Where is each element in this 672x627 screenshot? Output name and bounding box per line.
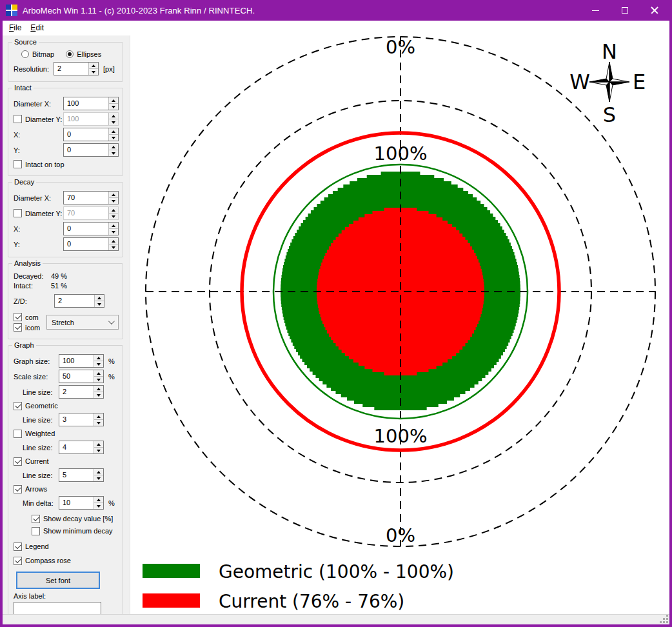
current-line-size-spinner[interactable]: 5 <box>59 468 104 482</box>
title-bar[interactable]: ArboMech Win 1.11 - (c) 2010-2023 Frank … <box>3 0 669 21</box>
stretch-dropdown[interactable]: Stretch <box>46 315 119 330</box>
legend-label: Current (76% - 76%) <box>219 591 404 612</box>
spin-down-icon[interactable] <box>109 103 118 110</box>
compass-label: E <box>633 70 646 94</box>
maximize-button[interactable] <box>610 0 640 21</box>
spin-up-icon[interactable] <box>89 63 98 68</box>
axis-label-input[interactable] <box>14 602 101 614</box>
spin-down-icon[interactable] <box>94 376 103 383</box>
compass-label: W <box>569 70 590 94</box>
decay-x-spinner[interactable]: 0 <box>63 222 119 235</box>
graph-size-unit: % <box>108 357 119 365</box>
show-decay-value-checkbox[interactable] <box>32 515 40 523</box>
spin-up-icon[interactable] <box>109 128 118 134</box>
weighted-checkbox[interactable] <box>14 430 22 438</box>
spin-down-icon[interactable] <box>94 447 103 453</box>
spin-up-icon[interactable] <box>109 144 118 150</box>
spin-up-icon[interactable] <box>95 295 104 301</box>
spin-down-icon[interactable] <box>109 119 118 125</box>
compass-rose-checkbox[interactable] <box>14 557 22 565</box>
spin-down-icon[interactable] <box>94 419 103 426</box>
current-checkbox[interactable] <box>14 457 22 466</box>
resolution-spinner[interactable]: 2 <box>54 62 99 75</box>
decay-diameter-y-checkbox[interactable] <box>14 209 22 217</box>
intact-x-spinner[interactable]: 0 <box>63 128 119 141</box>
weighted-line-size-spinner[interactable]: 4 <box>59 441 104 454</box>
intact-diameter-y-label: Diameter Y: <box>25 115 62 123</box>
bitmap-radio[interactable] <box>21 50 29 58</box>
minimize-icon <box>592 10 599 11</box>
spin-up-icon[interactable] <box>109 192 118 197</box>
minimize-button[interactable] <box>580 0 610 21</box>
spin-up-icon[interactable] <box>109 207 118 213</box>
scale-label: 100% <box>374 143 428 164</box>
intact-diameter-y-checkbox[interactable] <box>14 115 22 123</box>
ellipses-radio[interactable] <box>66 50 74 58</box>
geometric-line-size-spinner[interactable]: 3 <box>59 413 104 426</box>
intact-on-top-checkbox[interactable] <box>14 160 22 168</box>
compass-arm <box>609 79 629 82</box>
icom-checkbox[interactable] <box>14 323 22 332</box>
spin-down-icon[interactable] <box>109 197 118 204</box>
spin-down-icon[interactable] <box>109 150 118 156</box>
spin-down-icon[interactable] <box>94 361 103 367</box>
spin-down-icon[interactable] <box>109 134 118 141</box>
spin-up-icon[interactable] <box>94 370 103 376</box>
spin-down-icon[interactable] <box>95 301 104 307</box>
resize-grip-icon[interactable] <box>660 615 669 624</box>
spin-up-icon[interactable] <box>94 355 103 361</box>
spin-up-icon[interactable] <box>94 497 103 503</box>
weighted-label: Weighted <box>25 430 55 437</box>
spin-down-icon[interactable] <box>89 68 98 75</box>
show-minimum-decay-checkbox[interactable] <box>32 527 40 535</box>
spin-up-icon[interactable] <box>109 97 118 103</box>
intact-diameter-x-spinner[interactable]: 100 <box>63 97 119 110</box>
spin-down-icon[interactable] <box>109 228 118 235</box>
spin-down-icon[interactable] <box>94 503 103 509</box>
compass-label: S <box>603 103 616 127</box>
geometric-checkbox[interactable] <box>14 402 22 410</box>
decay-diameter-y-spinner[interactable]: 70 <box>63 206 119 220</box>
graph-size-spinner[interactable]: 100 <box>59 354 104 368</box>
decayed-label: Decayed: <box>14 272 51 280</box>
geometric-line-size-label: Line size: <box>23 416 52 424</box>
scale-size-label: Scale size: <box>14 373 48 381</box>
spin-up-icon[interactable] <box>94 413 103 419</box>
spin-up-icon[interactable] <box>109 223 118 228</box>
scale-size-spinner[interactable]: 50 <box>59 370 104 383</box>
scale-line-size-spinner[interactable]: 2 <box>59 385 104 399</box>
spin-up-icon[interactable] <box>94 441 103 447</box>
intact-y-spinner[interactable]: 0 <box>63 143 119 157</box>
com-checkbox[interactable] <box>14 313 22 321</box>
spin-down-icon[interactable] <box>109 244 118 250</box>
axis-label-label: Axis label: <box>14 592 46 600</box>
legend-checkbox[interactable] <box>14 542 22 551</box>
spin-down-icon[interactable] <box>109 213 118 219</box>
close-button[interactable] <box>640 0 669 21</box>
min-delta-spinner[interactable]: 10 <box>59 496 104 510</box>
spin-up-icon[interactable] <box>94 469 103 475</box>
app-icon <box>6 5 17 16</box>
decay-y-spinner[interactable]: 0 <box>63 237 119 251</box>
set-font-button[interactable]: Set font <box>16 572 100 589</box>
intact-diameter-y-spinner[interactable]: 100 <box>63 112 119 126</box>
compass-rose-label: Compass rose <box>25 557 71 564</box>
menu-edit[interactable]: Edit <box>26 21 48 34</box>
com-label: com <box>25 314 39 321</box>
group-source: Source Bitmap Ellipses Resolutiun: 2 <box>8 42 123 82</box>
spin-up-icon[interactable] <box>94 386 103 392</box>
spin-down-icon[interactable] <box>94 392 103 398</box>
status-bar <box>3 614 669 624</box>
menu-file[interactable]: File <box>5 21 26 34</box>
arrows-checkbox[interactable] <box>14 485 22 493</box>
window-controls <box>580 0 669 21</box>
zd-spinner[interactable]: 2 <box>54 294 104 308</box>
group-intact-title: Intact <box>12 84 34 92</box>
decay-diameter-x-spinner[interactable]: 70 <box>63 191 119 204</box>
app-window: ArboMech Win 1.11 - (c) 2010-2023 Frank … <box>0 0 672 627</box>
spin-down-icon[interactable] <box>94 475 103 481</box>
spin-up-icon[interactable] <box>109 238 118 244</box>
spin-up-icon[interactable] <box>109 113 118 119</box>
bitmap-label: Bitmap <box>32 50 54 58</box>
legend-label: Geometric (100% - 100%) <box>219 561 454 582</box>
